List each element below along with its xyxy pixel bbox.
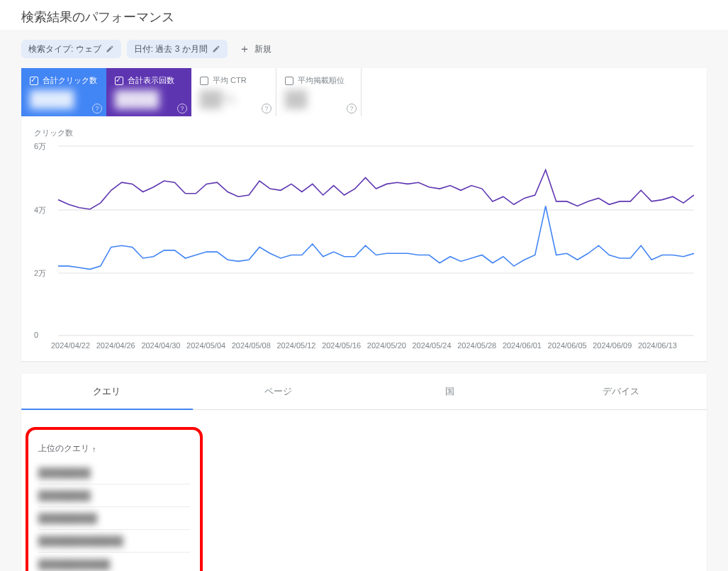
y-tick: 6万 [34,141,46,152]
filter-bar: 検索タイプ: ウェブ 日付: 過去 3 か月間 ＋ 新規 [0,30,728,68]
table-row[interactable]: █████████████ [38,530,190,553]
query-text: ████████ [38,490,91,501]
chart-y-axis-title: クリック数 [34,128,694,138]
series-impressions [58,170,694,209]
x-tick: 2024/06/09 [593,341,632,350]
info-icon[interactable]: ? [262,104,271,113]
filter-chip-date[interactable]: 日付: 過去 3 か月間 [127,40,228,58]
metric-label: 合計クリック数 [43,75,97,86]
info-icon[interactable]: ? [92,104,102,113]
x-tick: 2024/05/20 [367,341,406,350]
table-row[interactable]: ███████████ [38,553,190,571]
checkbox-icon [200,77,208,85]
line-chart [58,138,694,337]
metric-value: ██ [285,90,352,109]
chip-label: 日付: 過去 3 か月間 [134,43,208,55]
x-tick: 2024/05/04 [186,341,225,350]
metric-label: 合計表示回数 [128,75,174,86]
query-text: █████████ [38,513,97,523]
add-filter-label: 新規 [254,43,271,55]
query-text: ███████████ [38,559,110,570]
chart-canvas: 6万 4万 2万 0 [34,138,694,337]
x-tick: 2024/06/13 [638,341,677,350]
x-tick: 2024/04/30 [141,341,180,350]
chart-area: クリック数 6万 4万 2万 0 2024/04/222024/04/26202… [21,116,707,361]
dimension-tabs: クエリ ページ 国 デバイス [21,374,707,410]
info-icon[interactable]: ? [177,104,187,113]
tab-pages[interactable]: ページ [193,374,364,409]
query-text: ████████ [38,467,91,478]
metric-impressions[interactable]: 合計表示回数 ████ ? [106,68,191,116]
table-row[interactable]: ████████ [38,462,190,484]
x-tick: 2024/05/28 [457,341,496,350]
info-icon[interactable]: ? [347,104,357,113]
x-tick: 2024/06/01 [503,341,542,350]
page-title: 検索結果のパフォーマンス [0,0,728,30]
query-text: █████████████ [38,536,123,546]
metric-ctr[interactable]: 平均 CTR ██% ? [191,68,276,116]
x-tick: 2024/05/16 [322,341,361,350]
y-tick: 4万 [34,204,46,215]
y-tick: 2万 [34,268,46,279]
checkbox-icon [30,77,38,85]
x-tick: 2024/05/24 [413,341,452,350]
sort-up-icon: ↑ [92,445,96,453]
checkbox-icon [115,77,123,85]
table-row[interactable]: █████████ [38,507,190,530]
performance-card: 合計クリック数 ████ ? 合計表示回数 ████ ? 平均 CTR ██% … [21,68,707,361]
y-tick: 0 [34,331,38,339]
metric-label: 平均掲載順位 [298,75,345,86]
metric-row: 合計クリック数 ████ ? 合計表示回数 ████ ? 平均 CTR ██% … [21,68,707,116]
pencil-icon [106,45,114,53]
x-tick: 2024/04/26 [96,341,135,350]
metric-position[interactable]: 平均掲載順位 ██ ? [276,68,362,116]
x-tick: 2024/04/22 [51,341,90,350]
metric-value: ████ [115,90,183,109]
chip-label: 検索タイプ: ウェブ [28,43,101,55]
pencil-icon [212,45,220,53]
tab-countries[interactable]: 国 [364,374,536,409]
tab-devices[interactable]: デバイス [535,374,707,409]
metric-clicks[interactable]: 合計クリック数 ████ ? [21,68,106,116]
x-tick: 2024/05/08 [232,341,271,350]
filter-chip-search-type[interactable]: 検索タイプ: ウェブ [21,40,121,58]
series-clicks [58,206,694,270]
checkbox-icon [285,77,293,85]
metric-value: ████ [30,90,98,109]
dimension-card: クエリ ページ 国 デバイス 上位のクエリ ↑ ████████████████… [21,374,707,571]
x-axis-labels: 2024/04/222024/04/262024/04/302024/05/04… [34,337,694,357]
top-queries-header[interactable]: 上位のクエリ ↑ [38,443,190,462]
add-filter-button[interactable]: ＋ 新規 [233,43,271,55]
tab-queries[interactable]: クエリ [21,374,193,409]
x-tick: 2024/06/05 [548,341,587,350]
x-tick: 2024/05/12 [276,341,315,350]
metric-label: 平均 CTR [213,75,247,86]
plus-icon: ＋ [239,45,250,53]
top-queries-label: 上位のクエリ [38,443,89,455]
metric-value: ██% [200,90,267,109]
top-queries-highlight: 上位のクエリ ↑ ███████████████████████████████… [26,427,203,571]
queries-section: 上位のクエリ ↑ ███████████████████████████████… [21,427,707,571]
table-row[interactable]: ████████ [38,484,190,507]
